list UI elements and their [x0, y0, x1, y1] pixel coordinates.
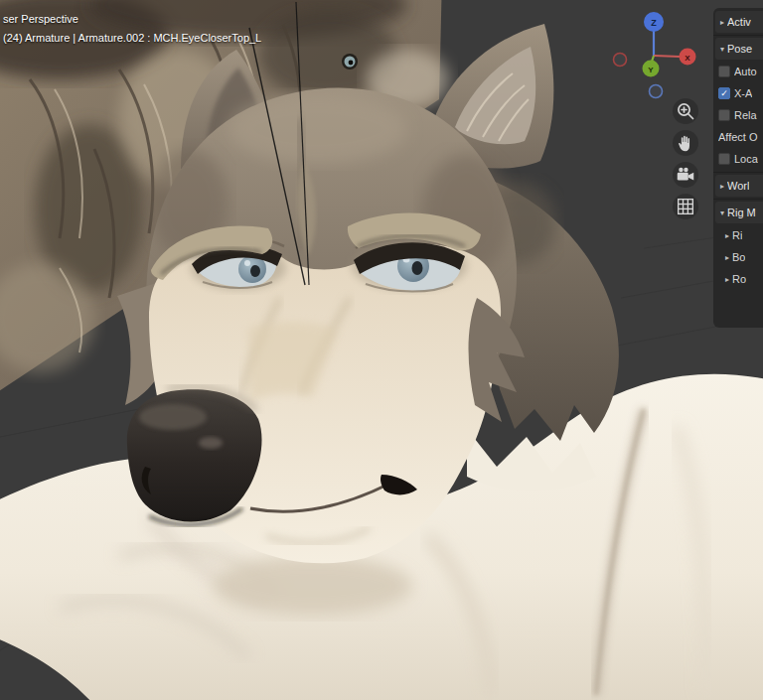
gizmo-negative-z-axis[interactable]: [650, 85, 663, 98]
checkbox-row-auto[interactable]: Auto: [713, 61, 763, 82]
camera-icon: [675, 164, 696, 186]
panel-subheader-1[interactable]: ▸ Ri: [713, 224, 763, 246]
panel-subheader-2[interactable]: ▸ Bo: [713, 246, 763, 268]
orthographic-toggle-button[interactable]: [673, 194, 698, 219]
collapse-arrow-icon: ▸: [720, 182, 724, 191]
checkbox-unchecked[interactable]: [718, 66, 730, 77]
checkbox-row-x-axis-mirror[interactable]: ✓ X-A: [713, 82, 763, 104]
checkbox-unchecked[interactable]: [718, 153, 730, 165]
svg-text:Z: Z: [651, 18, 657, 28]
panel-header-active-tool[interactable]: ▸ Activ: [715, 11, 763, 33]
checkbox-checked[interactable]: ✓: [718, 87, 730, 99]
grid-icon: [675, 196, 696, 217]
expand-arrow-icon: ▾: [720, 45, 724, 54]
panel-separator: [713, 199, 763, 200]
panel-separator: [713, 172, 763, 173]
checkbox-row-relative[interactable]: Rela: [713, 104, 763, 126]
zoom-button[interactable]: [673, 98, 698, 124]
collapse-arrow-icon: ▸: [720, 18, 724, 27]
pan-button[interactable]: [673, 130, 698, 156]
panel-header-rig-main[interactable]: ▾ Rig M: [715, 202, 763, 223]
expand-arrow-icon: ▾: [720, 209, 724, 217]
panel-separator: [713, 35, 763, 36]
gizmo-y-axis[interactable]: Y: [643, 61, 660, 77]
svg-text:Y: Y: [648, 66, 654, 74]
panel-header-world[interactable]: ▸ Worl: [715, 175, 763, 197]
navigation-gizmo[interactable]: Z X Y: [604, 6, 703, 105]
hand-icon: [675, 132, 696, 154]
checkbox-unchecked[interactable]: [718, 109, 730, 121]
collapse-arrow-icon: ▸: [725, 231, 729, 240]
viewport-view-label: ser Perspective: [3, 10, 261, 29]
svg-text:X: X: [685, 54, 690, 63]
camera-view-button[interactable]: [673, 162, 698, 188]
collapse-arrow-icon: ▸: [725, 275, 729, 284]
panel-subheader-3[interactable]: ▸ Ro: [713, 268, 763, 290]
collapse-arrow-icon: ▸: [725, 253, 729, 262]
gizmo-negative-x-axis[interactable]: [614, 54, 627, 67]
blender-window: ser Perspective (24) Armature | Armature…: [0, 0, 763, 700]
zoom-icon: [675, 100, 696, 122]
gizmo-z-axis[interactable]: Z: [644, 12, 664, 32]
active-object-label: (24) Armature | Armature.002 : MCH.EyeCl…: [3, 29, 261, 48]
affect-only-label: Affect O: [713, 126, 763, 148]
checkbox-row-locations[interactable]: Loca: [713, 148, 763, 170]
gizmo-x-axis[interactable]: X: [680, 49, 696, 66]
panel-header-pose-options[interactable]: ▾ Pose: [715, 38, 763, 60]
sidebar-panel: ▸ Activ ▾ Pose Auto ✓ X-A Rela Affect O …: [713, 8, 763, 328]
